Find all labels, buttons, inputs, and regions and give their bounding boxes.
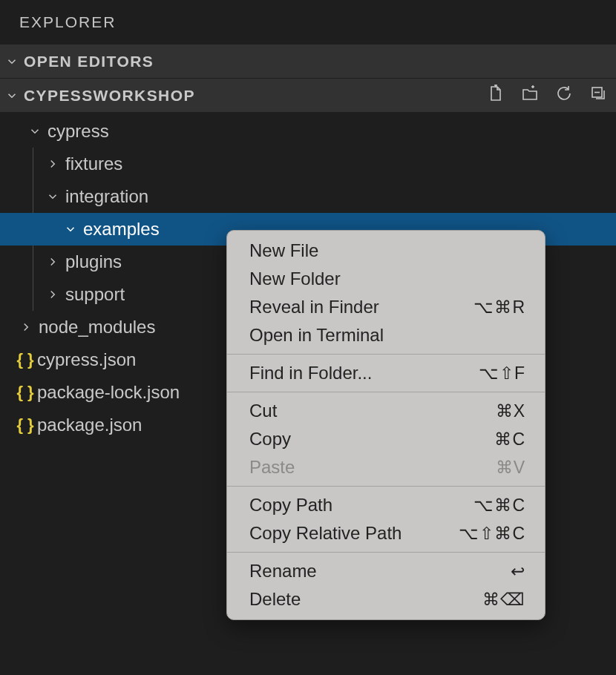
tree-label: fixtures (65, 154, 122, 174)
menu-item-label: New Folder (249, 269, 341, 289)
section-project-label: CYPESSWORKSHOP (24, 87, 487, 105)
section-project[interactable]: CYPESSWORKSHOP (0, 79, 616, 112)
menu-item-paste: Paste ⌘V (227, 453, 545, 481)
tree-label: node_modules (39, 317, 155, 338)
chevron-right-icon (40, 157, 65, 171)
section-project-actions (487, 85, 607, 107)
menu-item-open-terminal[interactable]: Open in Terminal (227, 321, 545, 349)
section-open-editors[interactable]: OPEN EDITORS (0, 45, 616, 78)
refresh-icon[interactable] (555, 85, 573, 107)
menu-item-shortcut: ⌘C (494, 429, 525, 450)
collapse-all-icon[interactable] (589, 85, 607, 107)
tree-label: cypress (47, 121, 109, 142)
menu-item-copy-relative-path[interactable]: Copy Relative Path ⌥⇧⌘C (227, 519, 545, 547)
chevron-right-icon (13, 320, 39, 334)
chevron-down-icon (0, 89, 24, 102)
tree-label: package-lock.json (37, 382, 180, 403)
menu-item-shortcut: ⌥⌘C (474, 495, 525, 516)
menu-item-new-folder[interactable]: New Folder (227, 265, 545, 293)
menu-item-shortcut: ⌥⌘R (474, 297, 525, 317)
tree-label: support (65, 284, 125, 305)
menu-item-copy-path[interactable]: Copy Path ⌥⌘C (227, 491, 545, 519)
menu-item-label: Find in Folder... (249, 363, 372, 383)
menu-item-label: Copy Relative Path (249, 523, 402, 544)
menu-item-label: Cut (249, 401, 277, 421)
menu-separator (227, 354, 545, 355)
tree-label: package.json (37, 415, 142, 435)
menu-item-label: Paste (249, 457, 295, 478)
menu-item-find-in-folder[interactable]: Find in Folder... ⌥⇧F (227, 359, 545, 387)
context-menu: New File New Folder Reveal in Finder ⌥⌘R… (226, 230, 545, 620)
menu-item-copy[interactable]: Copy ⌘C (227, 425, 545, 453)
menu-item-shortcut: ⌘V (496, 458, 525, 478)
menu-item-label: Reveal in Finder (249, 297, 379, 317)
chevron-down-icon (0, 55, 24, 68)
chevron-down-icon (22, 125, 47, 138)
menu-item-label: Copy Path (249, 495, 332, 516)
json-icon: { } (13, 350, 37, 369)
tree-label: plugins (65, 251, 122, 272)
json-icon: { } (13, 383, 37, 402)
menu-item-label: Rename (249, 561, 317, 582)
menu-item-new-file[interactable]: New File (227, 237, 545, 265)
menu-item-cut[interactable]: Cut ⌘X (227, 397, 545, 425)
menu-item-delete[interactable]: Delete ⌘⌫ (227, 585, 545, 613)
chevron-down-icon (58, 223, 83, 236)
new-file-icon[interactable] (487, 85, 505, 107)
menu-item-shortcut: ⌥⇧F (479, 363, 525, 383)
section-open-editors-label: OPEN EDITORS (24, 53, 607, 70)
tree-folder-fixtures[interactable]: fixtures (0, 148, 616, 180)
tree-folder-integration[interactable]: integration (0, 180, 616, 213)
menu-item-shortcut: ⌘X (496, 401, 525, 421)
menu-item-rename[interactable]: Rename ↩ (227, 557, 545, 585)
menu-item-shortcut: ⌘⌫ (482, 590, 525, 610)
menu-item-label: Copy (249, 429, 291, 450)
tree-folder-cypress[interactable]: cypress (0, 115, 616, 148)
json-icon: { } (13, 415, 37, 435)
tree-label: cypress.json (37, 349, 136, 370)
tree-label: examples (83, 219, 160, 240)
explorer-header: EXPLORER (0, 0, 616, 45)
menu-item-reveal-finder[interactable]: Reveal in Finder ⌥⌘R (227, 293, 545, 321)
menu-separator (227, 392, 545, 392)
explorer-title: EXPLORER (19, 13, 116, 31)
new-folder-icon[interactable] (521, 85, 539, 107)
menu-item-shortcut: ⌥⇧⌘C (459, 524, 525, 544)
menu-separator (227, 552, 545, 553)
chevron-down-icon (40, 190, 65, 203)
tree-label: integration (65, 186, 148, 207)
chevron-right-icon (40, 255, 65, 269)
menu-item-label: Delete (249, 589, 301, 610)
chevron-right-icon (40, 288, 65, 301)
menu-item-label: New File (249, 240, 318, 261)
menu-item-label: Open in Terminal (249, 325, 384, 346)
menu-item-shortcut: ↩ (511, 562, 525, 582)
menu-separator (227, 486, 545, 487)
